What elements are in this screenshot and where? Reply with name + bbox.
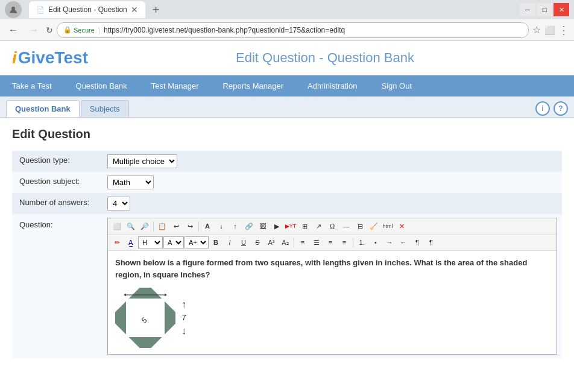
nav-take-a-test[interactable]: Take a Test [0, 75, 64, 96]
tb-table2-btn[interactable]: ⊟ [353, 220, 367, 232]
tb-underline-btn[interactable]: U [237, 236, 250, 248]
help-btn[interactable]: ? [554, 101, 568, 116]
tb-zoom-btn[interactable]: 🔍 [124, 220, 137, 232]
url-text: https://try000.igivetest.net/question-ba… [104, 26, 345, 34]
toolbar-sep-4 [353, 238, 353, 247]
num-answers-select[interactable]: 4 2 3 5 [107, 197, 130, 210]
question-row: Question: ⬜ 🔍 🔎 📋 ↩ ↪ A [12, 214, 562, 358]
dimension-right: ↑ 7 ↓ [181, 288, 186, 348]
tb-italic-btn[interactable]: I [223, 236, 236, 248]
tab-help-area: i ? [535, 101, 568, 116]
window-controls: ─ □ ✕ [520, 3, 569, 16]
tb-underline-color-btn[interactable]: A̲ [124, 236, 137, 248]
logo-i: i [12, 48, 17, 68]
font-select[interactable]: A [163, 236, 184, 248]
new-tab-btn[interactable]: + [150, 3, 162, 17]
svg-marker-5 [124, 294, 126, 296]
tb-size-dropdown: A+ [184, 236, 209, 248]
svg-marker-6 [165, 294, 167, 296]
menu-btn[interactable]: ⋮ [558, 24, 569, 37]
user-icon [5, 1, 22, 18]
heading-select[interactable]: HH1H2H3 [138, 236, 163, 248]
tab-close-btn[interactable]: ✕ [131, 5, 138, 14]
tb-eraser-btn[interactable]: 🧹 [367, 220, 380, 232]
tab-question-bank[interactable]: Question Bank [6, 100, 80, 117]
tb-x-btn[interactable]: ✕ [395, 220, 408, 232]
form-table: Question type: Multiple choice True/Fals… [12, 151, 562, 358]
question-subject-select[interactable]: Math Science English [107, 175, 154, 189]
tb-img-btn[interactable]: 🖼 [256, 220, 270, 232]
tb-find-btn[interactable]: 🔎 [138, 220, 151, 232]
page-title: Edit Question - Question Bank [88, 50, 562, 66]
dim-label-7: 7 [181, 312, 186, 324]
toolbar-row-1: ⬜ 🔍 🔎 📋 ↩ ↪ A ↓ ↑ 🔗 🖼 [108, 218, 557, 235]
edit-question-section: Edit Question Question type: Multiple ch… [0, 118, 574, 368]
tb-indent-btn[interactable]: → [383, 236, 396, 248]
info-btn[interactable]: i [535, 101, 550, 116]
cast-btn[interactable]: ⬜ [544, 25, 555, 35]
main-nav: Take a Test Question Bank Test Manager R… [0, 75, 574, 96]
tb-down-arrow-btn[interactable]: ↓ [215, 220, 228, 232]
question-type-select[interactable]: Multiple choice True/False Short answer [107, 154, 177, 168]
question-type-label: Question type: [12, 151, 102, 172]
svg-rect-2 [126, 299, 165, 337]
nav-test-manager[interactable]: Test Manager [139, 75, 211, 96]
tb-flash-btn[interactable]: ▶ [270, 220, 283, 232]
tb-ltr-btn[interactable]: ¶ [411, 236, 424, 248]
question-subject-label: Question subject: [12, 172, 102, 193]
tb-align-right-btn[interactable]: ≡ [324, 236, 337, 248]
back-btn[interactable]: ← [5, 24, 22, 37]
question-subject-row: Question subject: Math Science English [12, 172, 562, 193]
tb-table-btn[interactable]: ⊞ [298, 220, 311, 232]
tb-outdent-btn[interactable]: ← [397, 236, 410, 248]
minimize-btn[interactable]: ─ [520, 3, 535, 16]
tb-up-arrow-btn[interactable]: ↑ [229, 220, 242, 232]
tab-subjects[interactable]: Subjects [81, 100, 129, 117]
nav-sign-out[interactable]: Sign Out [369, 75, 424, 96]
tb-bold-btn[interactable]: B [209, 236, 222, 248]
nav-question-bank[interactable]: Question Bank [64, 75, 139, 96]
tb-ul-btn[interactable]: • [369, 236, 382, 248]
tb-align-left-btn[interactable]: ≡ [296, 236, 309, 248]
question-type-row: Question type: Multiple choice True/Fals… [12, 151, 562, 172]
tb-html-btn[interactable]: html [381, 220, 394, 232]
tb-undo-btn[interactable]: ↩ [169, 220, 183, 232]
tb-omega-btn[interactable]: Ω [326, 220, 339, 232]
figure-box: 5 [115, 288, 175, 348]
maximize-btn[interactable]: □ [537, 3, 552, 16]
tb-ol-btn[interactable]: 1. [355, 236, 368, 248]
nav-reports-manager[interactable]: Reports Manager [211, 75, 295, 96]
tb-align-justify-btn[interactable]: ≡ [338, 236, 351, 248]
tb-font-a-btn[interactable]: A [201, 220, 214, 232]
tb-rtl-btn[interactable]: ¶ [424, 236, 438, 248]
question-type-value: Multiple choice True/False Short answer [102, 151, 562, 172]
close-btn[interactable]: ✕ [554, 3, 569, 16]
num-answers-row: Number of answers: 4 2 3 5 [12, 193, 562, 214]
tb-h-dropdown: HH1H2H3 [138, 236, 163, 248]
tb-link-btn[interactable]: 🔗 [242, 220, 256, 232]
tb-youtube-btn[interactable]: ▶YT [284, 220, 297, 232]
reload-btn[interactable]: ↻ [46, 25, 53, 35]
tb-hr-btn[interactable]: — [339, 220, 353, 232]
nav-administration[interactable]: Administration [295, 75, 369, 96]
tb-subscript-btn[interactable]: A₂ [279, 236, 292, 248]
tb-copy-btn[interactable]: 📋 [156, 220, 169, 232]
tb-strike-btn[interactable]: S [251, 236, 264, 248]
logo-text: GiveTest [18, 48, 88, 68]
browser-tab[interactable]: 📄 Edit Question - Question ✕ [29, 1, 145, 18]
url-bar[interactable]: 🔒 Secure | https://try000.igivetest.net/… [57, 22, 529, 38]
tb-pen-btn[interactable]: ✏ [110, 236, 124, 248]
editor-content[interactable]: Shown below is a figure formed from two … [108, 251, 557, 354]
browser-chrome: 📄 Edit Question - Question ✕ + ─ □ ✕ ← →… [0, 0, 574, 41]
question-text: Shown below is a figure formed from two … [115, 257, 549, 280]
tb-superscript-btn[interactable]: A² [265, 236, 278, 248]
size-select[interactable]: A+ [184, 236, 209, 248]
tb-align-center-btn[interactable]: ☰ [310, 236, 323, 248]
forward-btn[interactable]: → [25, 24, 42, 37]
bookmark-btn[interactable]: ☆ [532, 24, 541, 36]
tb-redo-btn[interactable]: ↪ [183, 220, 197, 232]
tb-special-btn[interactable]: ↗ [312, 220, 325, 232]
logo: i GiveTest [12, 48, 88, 68]
tb-source-btn[interactable]: ⬜ [110, 220, 124, 232]
toolbar-sep-2 [198, 221, 199, 231]
